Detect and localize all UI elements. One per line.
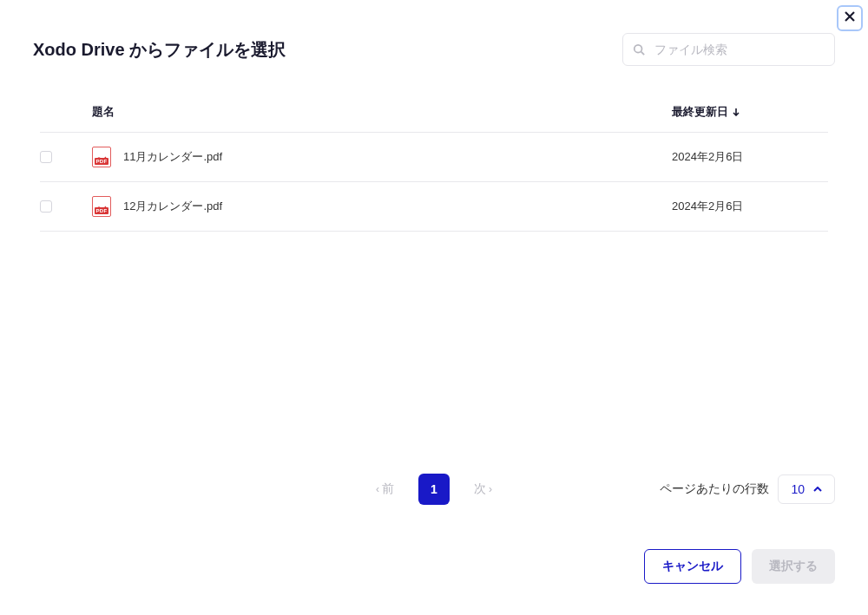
table-header-row: 題名 最終更新日 (40, 92, 828, 133)
pdf-file-icon: PDF (92, 196, 111, 217)
svg-point-0 (635, 45, 642, 53)
pagination-controls: ‹ 前 1 次 › (376, 474, 492, 505)
pdf-file-icon: PDF (92, 147, 111, 167)
chevron-right-icon: › (489, 483, 492, 495)
column-last-modified-label: 最終更新日 (672, 104, 728, 120)
next-label: 次 (474, 481, 486, 497)
file-table: 題名 最終更新日 PDF 11月カレンダー.pdf 2024年2月6日 (0, 66, 868, 232)
row-checkbox[interactable] (40, 151, 52, 163)
table-row[interactable]: PDF 12月カレンダー.pdf 2024年2月6日 (40, 182, 828, 232)
next-page-button[interactable]: 次 › (474, 481, 492, 497)
file-name: 12月カレンダー.pdf (123, 199, 222, 214)
search-box (622, 33, 835, 66)
column-title[interactable]: 題名 (92, 104, 672, 120)
row-checkbox[interactable] (40, 200, 52, 213)
prev-label: 前 (382, 481, 394, 497)
rows-per-page-label: ページあたりの行数 (660, 481, 769, 497)
pagination-row: ‹ 前 1 次 › ページあたりの行数 10 (33, 474, 835, 504)
search-icon (633, 43, 645, 56)
chevron-left-icon: ‹ (376, 483, 379, 495)
sort-descending-icon (732, 108, 740, 116)
file-date: 2024年2月6日 (672, 199, 828, 214)
search-input[interactable] (622, 33, 835, 66)
dialog-title: Xodo Drive からファイルを選択 (33, 38, 286, 62)
dialog-header: Xodo Drive からファイルを選択 (0, 0, 868, 66)
select-button[interactable]: 選択する (752, 549, 835, 584)
action-buttons: キャンセル 選択する (33, 549, 835, 584)
rows-per-page-value: 10 (791, 482, 805, 496)
file-name: 11月カレンダー.pdf (123, 149, 222, 165)
cancel-button[interactable]: キャンセル (644, 549, 741, 584)
file-date: 2024年2月6日 (672, 149, 828, 165)
rows-per-page-select[interactable]: 10 (778, 474, 835, 504)
close-icon (843, 10, 857, 27)
chevron-up-icon (813, 485, 822, 494)
dialog-footer: ‹ 前 1 次 › ページあたりの行数 10 キャンセル 選択する (0, 474, 868, 615)
column-last-modified[interactable]: 最終更新日 (672, 104, 828, 120)
prev-page-button[interactable]: ‹ 前 (376, 481, 394, 497)
close-button[interactable] (837, 5, 863, 31)
table-row[interactable]: PDF 11月カレンダー.pdf 2024年2月6日 (40, 133, 828, 182)
current-page[interactable]: 1 (418, 474, 450, 505)
rows-per-page: ページあたりの行数 10 (660, 474, 835, 504)
